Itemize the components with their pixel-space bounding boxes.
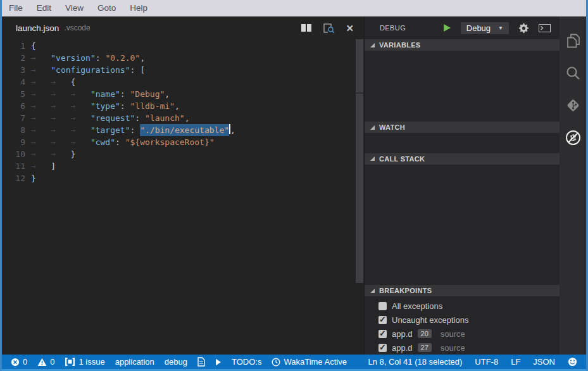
start-debug-button[interactable] xyxy=(442,23,451,32)
debug-settings-button[interactable] xyxy=(518,23,529,34)
tab-folder-hint: .vscode xyxy=(64,23,90,32)
code-line-8[interactable]: 8→→→"target": "./bin/executable", xyxy=(2,124,364,136)
debug-console-icon xyxy=(539,24,551,32)
code-editor[interactable]: 1{2→"version": "0.2.0",3→"configurations… xyxy=(2,39,364,355)
breakpoint-line-badge: 20 xyxy=(418,329,432,338)
menu-item-help[interactable]: Help xyxy=(123,0,154,16)
breakpoint-detail: source xyxy=(441,343,465,353)
status-label: UTF-8 xyxy=(475,357,498,367)
section-watch-label: WATCH xyxy=(379,123,405,131)
menu-item-file[interactable]: File xyxy=(2,0,30,16)
status-0[interactable]: 0 xyxy=(11,357,27,367)
tab-whitespace-arrow-icon: → xyxy=(71,124,91,136)
activity-files-button[interactable] xyxy=(560,25,586,57)
section-variables[interactable]: VARIABLES xyxy=(365,39,560,51)
activity-git-button[interactable] xyxy=(560,89,586,122)
code-line-7[interactable]: 7→→→"request": "launch", xyxy=(2,112,364,124)
breakpoint-row[interactable]: app.d27source xyxy=(365,341,560,355)
code-line-5[interactable]: 5→→→"name": "Debug", xyxy=(2,88,364,100)
code-token-punct: , xyxy=(230,124,235,136)
breakpoints-list: All exceptionsUncaught exceptionsapp.d20… xyxy=(365,296,560,355)
status-0[interactable]: 0 xyxy=(37,357,54,367)
split-editor-button[interactable] xyxy=(301,23,312,32)
code-line-4[interactable]: 4→→{ xyxy=(2,76,364,88)
status-1-issue[interactable]: 1 issue xyxy=(65,357,104,367)
code-line-12[interactable]: 12} xyxy=(2,172,364,184)
status-label: debug xyxy=(165,357,187,367)
issues-icon xyxy=(65,357,75,367)
activity-debug-button[interactable] xyxy=(560,122,586,154)
breakpoint-row[interactable]: All exceptions xyxy=(365,299,560,313)
breakpoint-label: All exceptions xyxy=(392,301,442,311)
checkbox-checked[interactable] xyxy=(378,330,387,338)
status-run[interactable] xyxy=(215,358,222,366)
open-preview-button[interactable] xyxy=(323,23,335,34)
code-line-3[interactable]: 3→"configurations": [ xyxy=(2,64,364,76)
search-icon xyxy=(565,65,581,81)
debug-console-button[interactable] xyxy=(539,24,551,32)
debug-titlebar: DEBUG Debug ▼ xyxy=(365,16,560,39)
status-application[interactable]: application xyxy=(115,357,154,367)
main-area: launch.json .vscode ✕ 1{2→"version": "0.… xyxy=(2,16,586,355)
code-token-punct: : xyxy=(115,136,125,148)
status-ln-8-col-41-18-selected[interactable]: Ln 8, Col 41 (18 selected) xyxy=(368,357,462,367)
status-json[interactable]: JSON xyxy=(533,357,555,367)
code-token-punct: : xyxy=(120,100,130,112)
breakpoint-label: app.d xyxy=(392,343,413,353)
vscode-window: FileEditViewGotoHelp launch.json .vscode… xyxy=(0,0,588,371)
section-call-stack[interactable]: CALL STACK xyxy=(365,153,560,165)
status-label: 1 issue xyxy=(78,357,104,367)
code-line-11[interactable]: 11→] xyxy=(2,160,364,172)
debug-config-dropdown[interactable]: Debug ▼ xyxy=(461,22,509,34)
line-number: 8 xyxy=(2,124,31,136)
section-breakpoints[interactable]: BREAKPOINTS xyxy=(365,285,560,296)
scrollbar-divider xyxy=(356,92,363,94)
line-number: 7 xyxy=(2,112,31,124)
close-button[interactable]: ✕ xyxy=(346,23,354,33)
code-line-10[interactable]: 10→→} xyxy=(2,148,364,160)
tab-filename: launch.json xyxy=(16,23,59,33)
status-label: application xyxy=(115,357,154,367)
code-line-2[interactable]: 2→"version": "0.2.0", xyxy=(2,52,364,64)
code-line-9[interactable]: 9→→→"cwd": "${workspaceRoot}" xyxy=(2,136,364,148)
menu-item-edit[interactable]: Edit xyxy=(30,0,58,16)
tab-whitespace-arrow-icon: → xyxy=(31,160,51,172)
expand-triangle-icon xyxy=(370,289,375,293)
tab-whitespace-arrow-icon: → xyxy=(71,136,91,148)
line-number: 10 xyxy=(2,148,31,160)
breakpoint-row[interactable]: app.d20source xyxy=(365,327,560,341)
status-smiley[interactable] xyxy=(568,357,577,367)
editor-scrollbar[interactable] xyxy=(355,39,364,355)
tab-launch-json[interactable]: launch.json .vscode xyxy=(2,16,98,39)
status-todo-s[interactable]: TODO:s xyxy=(232,357,261,367)
scrollbar-thumb[interactable] xyxy=(356,39,363,283)
run-icon xyxy=(215,358,222,366)
status-lf[interactable]: LF xyxy=(511,357,520,367)
debug-icon xyxy=(565,129,582,146)
tab-whitespace-arrow-icon: → xyxy=(51,136,70,148)
code-line-6[interactable]: 6→→→"type": "lldb-mi", xyxy=(2,100,364,112)
code-line-1[interactable]: 1{ xyxy=(2,40,364,52)
status-file[interactable] xyxy=(197,357,205,367)
checkbox-checked[interactable] xyxy=(378,344,387,352)
code-token-key: "version" xyxy=(51,52,95,64)
tab-whitespace-arrow-icon: → xyxy=(71,100,91,112)
tab-whitespace-arrow-icon: → xyxy=(51,112,70,124)
tab-whitespace-arrow-icon: → xyxy=(31,148,51,160)
status-utf-8[interactable]: UTF-8 xyxy=(475,357,498,367)
activity-search-button[interactable] xyxy=(560,57,586,89)
section-watch[interactable]: WATCH xyxy=(365,122,560,133)
checkbox-checked[interactable] xyxy=(378,316,387,324)
breakpoint-detail: source xyxy=(441,329,465,339)
status-wakatime-active[interactable]: WakaTime Active xyxy=(272,357,346,367)
call-stack-body xyxy=(365,165,560,285)
menu-item-goto[interactable]: Goto xyxy=(91,0,123,16)
menu-item-view[interactable]: View xyxy=(58,0,91,16)
tab-whitespace-arrow-icon: → xyxy=(31,124,51,136)
checkbox-unchecked[interactable] xyxy=(378,302,387,310)
code-token-key: "name" xyxy=(91,88,120,100)
status-debug[interactable]: debug xyxy=(165,357,187,367)
line-number: 6 xyxy=(2,100,31,112)
code-token-brace: } xyxy=(31,172,36,184)
breakpoint-row[interactable]: Uncaught exceptions xyxy=(365,313,560,327)
